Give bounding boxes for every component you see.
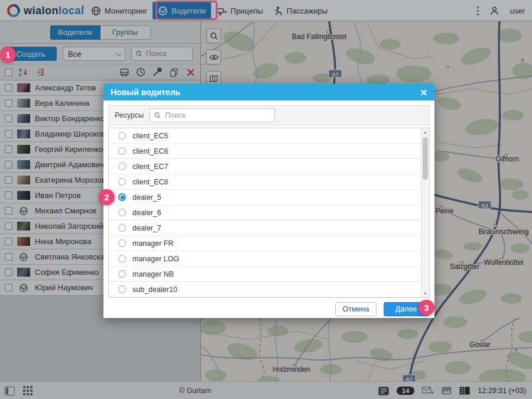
resource-option[interactable]: client_EC6 — [109, 144, 429, 159]
radio-button[interactable] — [118, 178, 126, 186]
resource-name: manager FR — [132, 239, 173, 248]
scrollbar-thumb[interactable] — [423, 137, 428, 180]
dialog-title: Новый водитель — [111, 87, 180, 97]
resources-label: Ресурсы — [115, 111, 144, 119]
radio-button[interactable] — [118, 224, 126, 232]
cancel-button[interactable]: Отмена — [335, 302, 377, 316]
resource-option[interactable]: manager LOG — [109, 251, 429, 267]
radio-button[interactable] — [118, 209, 126, 216]
resource-name: dealer_7 — [132, 224, 161, 232]
resource-name: manager LOG — [132, 255, 179, 263]
resource-name: client_EC8 — [132, 178, 168, 186]
close-icon[interactable]: ✕ — [420, 88, 427, 97]
scroll-down-icon[interactable]: ▼ — [421, 290, 429, 297]
resource-option[interactable]: client_EC8 — [109, 174, 429, 190]
radio-button[interactable] — [118, 193, 126, 201]
resource-option[interactable]: dealer_6 — [109, 205, 429, 220]
resource-option[interactable]: sub_dealer10 — [109, 282, 429, 297]
resource-option[interactable]: dealer_5 — [109, 190, 429, 205]
resource-name: client_EC6 — [132, 147, 168, 155]
resource-option[interactable]: manager FR — [109, 236, 429, 251]
annotation-step-1: 1 — [0, 47, 16, 63]
new-driver-dialog: Новый водитель ✕ Ресурсы client_EC5clien… — [103, 84, 434, 318]
annotation-step-2: 2 — [99, 189, 115, 205]
resource-option[interactable]: dealer_7 — [109, 220, 429, 236]
radio-button[interactable] — [118, 286, 126, 293]
radio-button[interactable] — [118, 239, 126, 247]
resource-search-input[interactable] — [164, 111, 271, 120]
resource-name: dealer_6 — [132, 209, 161, 217]
scroll-up-icon[interactable]: ▲ — [421, 128, 429, 136]
radio-button[interactable] — [118, 132, 126, 140]
resource-option[interactable]: manager NB — [109, 267, 429, 282]
radio-button[interactable] — [118, 163, 126, 170]
resource-option[interactable]: client_EC7 — [109, 159, 429, 174]
resource-name: client_EC7 — [132, 163, 168, 171]
resource-list: client_EC5client_EC6client_EC7client_EC8… — [109, 128, 429, 297]
scrollbar: ▲ ▼ — [421, 128, 429, 297]
radio-button[interactable] — [118, 147, 126, 155]
radio-button[interactable] — [118, 270, 126, 278]
resource-name: manager NB — [132, 270, 174, 278]
annotation-step-3: 3 — [419, 300, 434, 316]
resource-list-container: client_EC5client_EC6client_EC7client_EC8… — [108, 128, 430, 298]
search-icon — [154, 112, 161, 119]
resource-name: sub_dealer10 — [132, 286, 177, 294]
resource-search[interactable] — [150, 108, 275, 122]
resource-name: client_EC5 — [132, 132, 168, 140]
radio-button[interactable] — [118, 255, 126, 262]
dialog-footer: Отмена Далее — [108, 302, 430, 316]
resource-option[interactable]: client_EC5 — [109, 128, 429, 144]
resources-panel: Ресурсы — [108, 105, 430, 125]
dialog-header: Новый водитель ✕ — [103, 84, 434, 100]
resource-name: dealer_5 — [132, 193, 161, 202]
dialog-body: Ресурсы client_EC5client_EC6client_EC7cl… — [103, 100, 434, 321]
